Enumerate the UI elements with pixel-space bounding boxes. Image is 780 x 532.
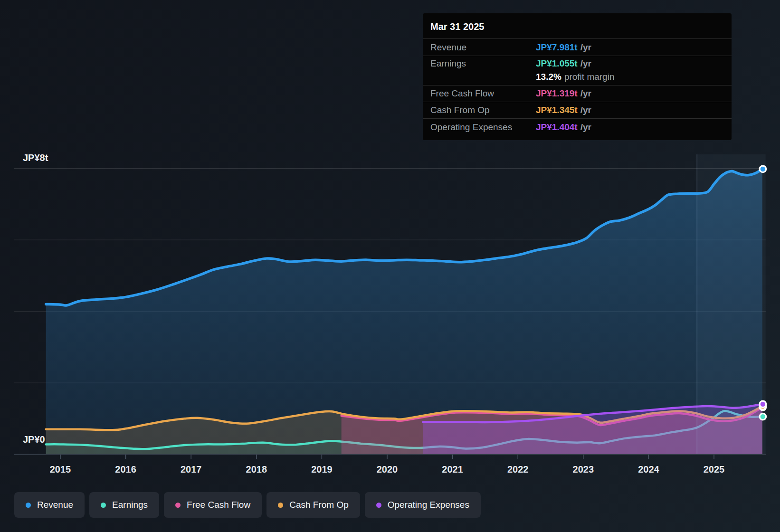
x-axis-label-2022: 2022 xyxy=(507,464,529,475)
legend-item-label: Cash From Op xyxy=(289,500,349,510)
x-axis-label-2019: 2019 xyxy=(311,464,333,475)
chart-tooltip: Mar 31 2025 Revenue JP¥7.981t/yr Earning… xyxy=(423,13,732,140)
y-axis-top-label: JP¥8t xyxy=(23,152,48,163)
earnings-end-marker xyxy=(760,413,766,420)
tooltip-suffix: /yr xyxy=(580,42,591,52)
earnings-series-dot-icon xyxy=(101,503,106,508)
x-axis-label-2021: 2021 xyxy=(442,464,463,475)
tooltip-row-operating-expenses: Operating Expenses JP¥1.404t/yr xyxy=(423,118,732,135)
tooltip-row-revenue: Revenue JP¥7.981t/yr xyxy=(423,38,732,56)
legend-item-earnings[interactable]: Earnings xyxy=(89,492,159,518)
x-axis-label-2023: 2023 xyxy=(573,464,594,475)
profit-margin-label: profit margin xyxy=(564,72,615,82)
tooltip-suffix: /yr xyxy=(580,122,591,132)
tooltip-label: Operating Expenses xyxy=(430,122,536,133)
tooltip-value-free-cash-flow: JP¥1.319t xyxy=(536,88,578,98)
tooltip-row-cash-from-op: Cash From Op JP¥1.345t/yr xyxy=(423,102,732,118)
tooltip-value-operating-expenses: JP¥1.404t xyxy=(536,122,578,132)
tooltip-label: Free Cash Flow xyxy=(430,88,536,99)
tooltip-label: Revenue xyxy=(430,42,536,53)
legend-item-label: Earnings xyxy=(112,500,148,510)
tooltip-suffix: /yr xyxy=(580,58,591,68)
tooltip-row-earnings: Earnings JP¥1.055t/yr 13.2%profit margin xyxy=(423,56,732,85)
revenue-series-dot-icon xyxy=(26,503,31,508)
profit-margin-value: 13.2% xyxy=(536,72,561,82)
operating-expenses-end-marker xyxy=(760,401,766,408)
legend-item-label: Revenue xyxy=(37,500,73,510)
x-axis-label-2017: 2017 xyxy=(181,464,202,475)
chart-legend: RevenueEarningsFree Cash FlowCash From O… xyxy=(14,492,481,518)
x-axis-label-2020: 2020 xyxy=(377,464,398,475)
tooltip-date: Mar 31 2025 xyxy=(423,13,732,38)
legend-item-cash-from-op[interactable]: Cash From Op xyxy=(266,492,360,518)
x-axis-label-2016: 2016 xyxy=(115,464,136,475)
x-axis-label-2015: 2015 xyxy=(50,464,71,475)
legend-item-operating-expenses[interactable]: Operating Expenses xyxy=(365,492,481,518)
operating-expenses-series-dot-icon xyxy=(376,503,381,508)
tooltip-row-free-cash-flow: Free Cash Flow JP¥1.319t/yr xyxy=(423,85,732,102)
y-axis-zero-label: JP¥0 xyxy=(23,434,45,445)
x-axis-label-2025: 2025 xyxy=(704,464,725,475)
tooltip-value-earnings: JP¥1.055t xyxy=(536,58,578,68)
tooltip-value-revenue: JP¥7.981t xyxy=(536,42,578,52)
hover-highlight-band xyxy=(697,154,765,455)
legend-item-label: Operating Expenses xyxy=(388,500,469,510)
x-axis-label-2018: 2018 xyxy=(246,464,267,475)
cash-from-op-series-dot-icon xyxy=(278,503,283,508)
tooltip-label: Earnings xyxy=(430,56,536,69)
x-axis-ticks xyxy=(60,455,714,459)
legend-item-free-cash-flow[interactable]: Free Cash Flow xyxy=(164,492,262,518)
tooltip-suffix: /yr xyxy=(580,88,591,98)
revenue-end-marker xyxy=(760,166,766,172)
tooltip-label: Cash From Op xyxy=(430,105,536,115)
earnings-revenue-history-chart: { "tooltip": { "date": "Mar 31 2025", "r… xyxy=(0,0,780,532)
x-axis-label-2024: 2024 xyxy=(638,464,659,475)
tooltip-suffix: /yr xyxy=(580,105,591,115)
legend-item-label: Free Cash Flow xyxy=(187,500,250,510)
tooltip-value-cash-from-op: JP¥1.345t xyxy=(536,105,578,115)
legend-item-revenue[interactable]: Revenue xyxy=(14,492,85,518)
free-cash-flow-series-dot-icon xyxy=(175,503,181,508)
